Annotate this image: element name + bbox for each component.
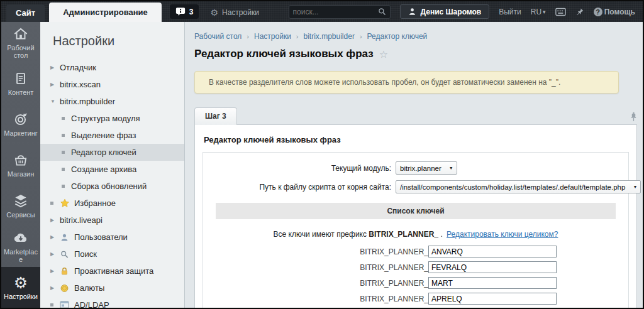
- key-input-2[interactable]: [428, 261, 557, 273]
- sidebar-item-label: Пользователи: [74, 232, 128, 242]
- topbar-settings-button[interactable]: ⚙ Настройки: [210, 8, 258, 17]
- collapse-arrow-icon: ▼: [50, 99, 60, 104]
- breadcrumb-link[interactable]: Настройки: [254, 32, 291, 41]
- path-select-value: /install/components/custom/holiday.list/…: [400, 183, 625, 191]
- sidebar-item-bitrix-xscan[interactable]: ▶bitrix.xscan: [40, 76, 184, 93]
- expand-arrow-icon: ▶: [50, 251, 60, 257]
- key-row: BITRIX_PLANNER_: [203, 277, 628, 289]
- user-menu-button[interactable]: Денис Шаромов: [400, 4, 490, 19]
- hint-note: В качестве разделителя слов можете испол…: [194, 71, 619, 94]
- edit-keys-link[interactable]: Редактировать ключи целиком?: [447, 230, 558, 239]
- panel-pin-icon[interactable]: [630, 112, 637, 122]
- search-icon[interactable]: [378, 8, 386, 16]
- module-select[interactable]: bitrix.planner▼: [396, 161, 457, 175]
- sidebar-item-label: Создание архива: [71, 165, 136, 174]
- select-arrow-icon: ▼: [449, 166, 453, 170]
- breadcrumb-link[interactable]: Редактор ключей: [367, 32, 428, 41]
- breadcrumb-separator-icon: ›: [296, 33, 299, 40]
- gear-icon: ⚙: [210, 8, 218, 17]
- sidebar-item-update-build[interactable]: Сборка обновлений: [40, 178, 184, 195]
- tab-step3[interactable]: Шаг 3: [194, 107, 237, 125]
- sidebar-item-key-editor[interactable]: Редактор ключей: [40, 144, 184, 161]
- help-button[interactable]: ? Помощь: [594, 8, 635, 16]
- rail-item-shop[interactable]: Магазин: [1, 144, 40, 185]
- topbar-search[interactable]: [289, 5, 391, 19]
- sidebar-item-label: Валюты: [74, 283, 104, 293]
- rail-item-label: Рабочий стол: [3, 44, 39, 59]
- rail-item-settings[interactable]: ⚙Настройки: [1, 267, 40, 308]
- basket-icon: [13, 152, 29, 168]
- path-select[interactable]: /install/components/custom/holiday.list/…: [396, 180, 641, 193]
- bullet-icon: [50, 202, 53, 205]
- key-prefix-label: BITRIX_PLANNER_: [203, 279, 428, 288]
- sidebar-item-label: AD/LDAP: [74, 300, 109, 308]
- cloud-icon: [13, 230, 29, 246]
- module-label: Текущий модуль:: [203, 164, 396, 173]
- sidebar-item-label: Сборка обновлений: [71, 182, 147, 191]
- search-icon: [60, 250, 72, 259]
- sidebar-item-phrase-selection[interactable]: Выделение фраз: [40, 127, 184, 144]
- topbar: Сайт Администрирование 3 ⚙ Настройки Ден…: [1, 1, 643, 22]
- sidebar-item-module-structure[interactable]: Структура модуля: [40, 110, 184, 127]
- bullet-icon: [50, 303, 53, 306]
- rail-item-marketplace[interactable]: Marketplace: [1, 226, 40, 267]
- language-selector[interactable]: RU▾: [531, 8, 546, 16]
- breadcrumb-link[interactable]: bitrix.mpbuilder: [304, 32, 355, 41]
- tab-admin[interactable]: Администрирование: [49, 3, 162, 22]
- coin-icon: [60, 284, 72, 293]
- editor-panel: Редактор ключей языковых фраз Текущий мо…: [194, 124, 637, 308]
- logout-link[interactable]: Выйти: [499, 8, 521, 16]
- rail-item-label: Магазин: [8, 170, 34, 178]
- prefix-line: Все ключи имеют префикс BITRIX_PLANNER_ …: [203, 230, 628, 239]
- bitrix-admin-window: Сайт Администрирование 3 ⚙ Настройки Ден…: [0, 0, 644, 309]
- hotkeys-icon[interactable]: [555, 8, 566, 16]
- rail-item-services[interactable]: Сервисы: [1, 185, 40, 226]
- sidebar-item-debugger[interactable]: ▶Отладчик: [40, 59, 184, 76]
- sidebar-item-favorites[interactable]: Избранное: [40, 195, 184, 212]
- key-input-1[interactable]: [428, 246, 557, 258]
- module-select-value: bitrix.planner: [400, 165, 441, 172]
- settings-sidebar: Настройки ▶Отладчик▶bitrix.xscan▼bitrix.…: [40, 22, 185, 308]
- sidebar-item-label: Отладчик: [60, 63, 96, 72]
- topbar-settings-label: Настройки: [222, 8, 259, 17]
- tabs-row: Шаг 3: [194, 107, 637, 124]
- search-input[interactable]: [293, 8, 378, 16]
- sidebar-item-label: Выделение фраз: [71, 131, 136, 140]
- sidebar-item-bitrix-mpbuilder[interactable]: ▼bitrix.mpbuilder: [40, 93, 184, 110]
- sidebar-item-label: bitrix.xscan: [60, 80, 101, 89]
- breadcrumb-separator-icon: ›: [360, 33, 362, 40]
- key-prefix-label: BITRIX_PLANNER_: [203, 263, 428, 272]
- notifications-button[interactable]: 3: [170, 4, 199, 19]
- keys-list-header: Список ключей: [216, 203, 616, 219]
- sidebar-item-proactive-protection[interactable]: ▶Проактивная защита: [40, 263, 184, 279]
- sidebar-item-currencies[interactable]: ▶Валюты: [40, 279, 184, 296]
- sidebar-item-search[interactable]: ▶Поиск: [40, 246, 184, 263]
- prefix-suffix: .: [438, 230, 443, 239]
- sidebar-item-archive-creation[interactable]: Создание архива: [40, 161, 184, 178]
- language-label: RU: [531, 8, 541, 16]
- sidebar-item-ad-ldap[interactable]: AD/LDAP: [40, 296, 184, 308]
- pin-icon[interactable]: [575, 8, 584, 16]
- key-row: BITRIX_PLANNER_: [203, 293, 628, 305]
- path-label: Путь к файлу скрипта от корня сайта:: [203, 183, 396, 192]
- sidebar-item-label: Поиск: [74, 249, 97, 259]
- key-input-3[interactable]: [428, 277, 557, 289]
- user-icon: [60, 233, 72, 242]
- sidebar-title: Настройки: [53, 34, 184, 48]
- sidebar-item-label: Избранное: [74, 198, 116, 208]
- ldap-icon: [60, 301, 72, 308]
- rail-item-marketing[interactable]: Маркетинг: [1, 104, 40, 144]
- rail-item-desktop[interactable]: Рабочий стол: [1, 22, 40, 63]
- tab-site[interactable]: Сайт: [6, 4, 45, 22]
- breadcrumb-link[interactable]: Рабочий стол: [194, 32, 242, 41]
- sidebar-item-bitrix-liveapi[interactable]: ▶bitrix.liveapi: [40, 212, 184, 229]
- favorite-star-icon[interactable]: ☆: [379, 48, 388, 60]
- info-bubble-icon: [175, 7, 186, 16]
- expand-arrow-icon: ▶: [50, 217, 60, 223]
- sidebar-item-label: Структура модуля: [71, 114, 140, 123]
- notifications-count: 3: [189, 8, 194, 16]
- key-input-4[interactable]: [428, 293, 557, 305]
- sidebar-item-label: bitrix.mpbuilder: [60, 97, 115, 106]
- sidebar-item-users[interactable]: ▶Пользователи: [40, 229, 184, 246]
- rail-item-content[interactable]: Контент: [1, 63, 40, 104]
